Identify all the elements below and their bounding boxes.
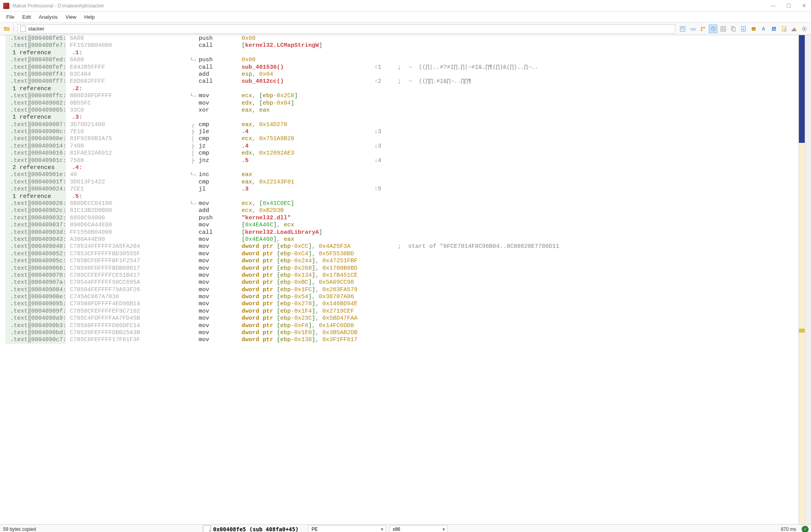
address[interactable]: .text‖000409032: <box>5 215 66 222</box>
code-line[interactable]: .text‖000409007:3D70D21400┌cmpeax, 0x14D… <box>5 121 799 128</box>
code-line[interactable]: ▸1 reference.3: <box>5 114 799 121</box>
code-line[interactable]: .text‖000409037:890D6CA44E00mov[0x4EA46C… <box>5 222 799 229</box>
code-line[interactable]: ▸1 reference.2: <box>5 85 799 93</box>
address[interactable]: .text‖00040908e: <box>5 294 66 301</box>
address[interactable]: .text‖00040901e: <box>5 171 66 178</box>
code-line[interactable]: .text‖000409016:81FAE32A6912│cmpedx, 0x1… <box>5 150 799 157</box>
code-line[interactable]: .text‖000408fef:E842B5FFFFcallsub_401536… <box>5 64 799 71</box>
code-line[interactable]: .text‖0004090bd:C78520FEFFFFDBB25A3Bmovd… <box>5 329 799 336</box>
code-line[interactable]: .text‖000408fe5:6A00push0x00 <box>5 35 799 42</box>
code-line[interactable]: .text‖00040907a:C78544FFFFFF98CC695Amovd… <box>5 279 799 286</box>
code-line[interactable]: .text‖00040908e:C745AC867A7038movdword p… <box>5 294 799 301</box>
maximize-button[interactable]: ☐ <box>785 2 793 9</box>
code-line[interactable]: .text‖000408ff7:E8D082FFFFcallsub_4012cc… <box>5 78 799 85</box>
address[interactable]: .text‖00040903d: <box>5 229 66 236</box>
code-line[interactable]: .text‖000409043:A360A44E00mov[0x4EA460],… <box>5 236 799 243</box>
code-line[interactable]: .text‖000409002:8B55FCmovedx, [ebp-0x04] <box>5 100 799 107</box>
code-line[interactable]: .text‖000408ff4:83C404addesp, 0x04 <box>5 71 799 78</box>
code-line[interactable]: .text‖00040901e:40└→inceax <box>5 171 799 178</box>
address[interactable]: .text‖000408ffc: <box>5 93 66 100</box>
view-graph-icon[interactable] <box>790 25 799 33</box>
reference-count[interactable]: ▸1 reference <box>5 85 66 93</box>
address[interactable]: .text‖000409066: <box>5 265 66 272</box>
gutter[interactable] <box>0 35 5 524</box>
address[interactable]: .text‖00040902c: <box>5 207 66 214</box>
view-strings-icon[interactable]: A <box>759 25 768 33</box>
minimize-button[interactable]: — <box>769 2 777 9</box>
open-folder-icon[interactable] <box>2 25 11 33</box>
address[interactable]: .text‖000408fe7: <box>5 42 66 49</box>
code-line[interactable]: .text‖00040902c:81C13B2D0B00addecx, 0xB2… <box>5 207 799 214</box>
code-line[interactable]: .text‖000409095:C78588FDFFFF4ED96B14movd… <box>5 301 799 308</box>
address[interactable]: .text‖000409070: <box>5 272 66 279</box>
address[interactable]: .text‖00040909f: <box>5 308 66 315</box>
address[interactable]: .text‖000409002: <box>5 100 66 107</box>
path-input[interactable]: stacker <box>18 24 675 34</box>
code-line[interactable]: .text‖000408fed:6A00└→push0x00 <box>5 57 799 64</box>
menu-file[interactable]: File <box>2 12 18 21</box>
address[interactable]: .text‖000409014: <box>5 143 66 150</box>
reference-count[interactable]: ▸1 reference <box>5 114 66 121</box>
address[interactable]: .text‖000408ff4: <box>5 71 66 78</box>
nav-strip[interactable] <box>799 35 805 524</box>
address[interactable]: .text‖000409084: <box>5 286 66 294</box>
code-line[interactable]: .text‖0004090a9:C785C4FDFFFFAA7FD45Bmovd… <box>5 315 799 322</box>
reference-count[interactable]: ▸1 reference <box>5 193 66 200</box>
code-line[interactable]: .text‖000409066:C78598FDFFFFBDB60017movd… <box>5 265 799 272</box>
view-list-icon[interactable] <box>719 25 727 33</box>
address[interactable]: .text‖00040905c: <box>5 258 66 265</box>
code-line[interactable]: .text‖000408fe7:FF1578B04000call[kernel3… <box>5 42 799 49</box>
code-line[interactable]: .text‖00040901f:3D013F1422cmpeax, 0x2214… <box>5 179 799 186</box>
view-archive-icon[interactable] <box>749 25 758 33</box>
address[interactable]: .text‖000408fef: <box>5 64 66 71</box>
scrollbar[interactable] <box>805 35 811 524</box>
address[interactable]: .text‖000409016: <box>5 150 66 157</box>
menu-help[interactable]: Help <box>80 12 99 21</box>
view-struct-icon[interactable] <box>699 25 707 33</box>
address[interactable]: .text‖00040907a: <box>5 279 66 286</box>
reference-count[interactable]: ▸1 reference <box>5 50 66 57</box>
code-line[interactable]: .text‖000409052:C7853CFFFFFFBD30555Fmovd… <box>5 251 799 258</box>
code-line[interactable]: .text‖00040905c:C785BCFDFFFFBF1F2547movd… <box>5 258 799 265</box>
view-copy-icon[interactable] <box>729 25 738 33</box>
view-export-icon[interactable] <box>739 25 748 33</box>
view-hex-icon[interactable]: 0101 <box>688 25 697 33</box>
code-line[interactable]: .text‖00040900e:81F9289B1A75│cmpecx, 0x7… <box>5 135 799 142</box>
address[interactable]: .text‖00040901c: <box>5 157 66 164</box>
code-line[interactable]: .text‖000409048:C78534FFFFFF3A5FA204movd… <box>5 243 799 250</box>
code-line[interactable]: .text‖000409005:33C0xoreax, eax <box>5 107 799 114</box>
address[interactable]: .text‖0004090bd: <box>5 329 66 336</box>
code-line[interactable]: .text‖0004090c7:C785C8FEFFFF17F61F3Fmovd… <box>5 336 799 343</box>
code-line[interactable]: ▸1 reference.1: <box>5 50 799 57</box>
disassembly-view[interactable]: .text‖000408fe5:6A00push0x00.text‖000408… <box>5 35 799 524</box>
close-button[interactable]: ✕ <box>800 2 808 9</box>
address[interactable]: .text‖000408fed: <box>5 57 66 64</box>
address[interactable]: .text‖0004090a9: <box>5 315 66 322</box>
menu-view[interactable]: View <box>62 12 80 21</box>
address[interactable]: .text‖000409048: <box>5 243 66 250</box>
menu-edit[interactable]: Edit <box>18 12 35 21</box>
address[interactable]: .text‖000409043: <box>5 236 66 243</box>
address[interactable]: .text‖000408fe5: <box>5 35 66 42</box>
address[interactable]: .text‖00040901f: <box>5 179 66 186</box>
code-line[interactable]: .text‖000409014:7408├jz.4↓3 <box>5 143 799 150</box>
address[interactable]: .text‖000409024: <box>5 186 66 193</box>
address[interactable]: .text‖000408ff7: <box>5 78 66 85</box>
view-summary-icon[interactable] <box>678 25 687 33</box>
code-line[interactable]: .text‖000409032:6858C94000push"kernel32.… <box>5 215 799 222</box>
view-functions-icon[interactable]: fx <box>770 25 778 33</box>
code-line[interactable]: .text‖00040901c:7508├jnz.5↓4 <box>5 157 799 164</box>
code-line[interactable]: .text‖0004090b3:C78508FFFFFFD86DFC14movd… <box>5 322 799 329</box>
menu-analysis[interactable]: Analysis <box>35 12 61 21</box>
code-line[interactable]: .text‖000409084:C78504FEFFFF79A53F26movd… <box>5 286 799 294</box>
address[interactable]: .text‖0004090c7: <box>5 336 66 343</box>
address[interactable]: .text‖000409026: <box>5 200 66 207</box>
code-line[interactable]: .text‖000409024:7CE1jl.3↑5 <box>5 186 799 193</box>
code-line[interactable]: ▸2 references.4: <box>5 164 799 171</box>
code-line[interactable]: .text‖000409026:8B0DECC04100└→movecx, [0… <box>5 200 799 207</box>
address[interactable]: .text‖000409037: <box>5 222 66 229</box>
address[interactable]: .text‖000409052: <box>5 251 66 258</box>
code-line[interactable]: ▸1 reference.5: <box>5 193 799 200</box>
status-selection-icon[interactable] <box>203 525 211 532</box>
code-line[interactable]: .text‖00040903d:FF1550B04000call[kernel3… <box>5 229 799 236</box>
